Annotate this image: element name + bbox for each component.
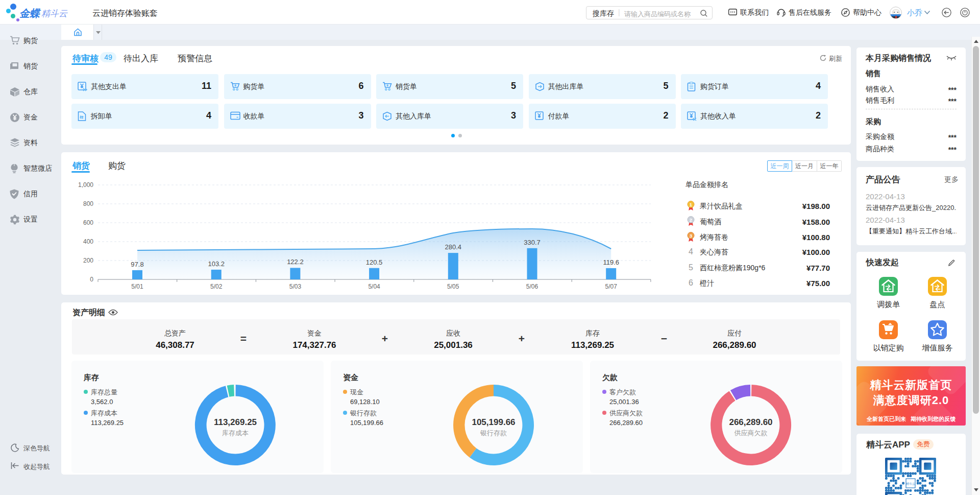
- svg-text:330.7: 330.7: [524, 239, 541, 246]
- svg-text:280.4: 280.4: [445, 243, 462, 251]
- svg-text:200: 200: [83, 257, 93, 264]
- svg-text:122.2: 122.2: [287, 258, 304, 266]
- svg-text:5/07: 5/07: [605, 283, 618, 290]
- svg-text:97.8: 97.8: [131, 261, 143, 268]
- svg-text:800: 800: [83, 200, 93, 207]
- svg-text:5/01: 5/01: [131, 283, 143, 290]
- svg-text:5/02: 5/02: [210, 283, 223, 290]
- svg-text:5/06: 5/06: [526, 283, 538, 290]
- svg-text:精斗云: 精斗云: [906, 482, 915, 486]
- svg-text:5/04: 5/04: [368, 283, 380, 290]
- svg-text:3: 3: [690, 232, 692, 238]
- svg-text:5/03: 5/03: [289, 283, 302, 290]
- svg-text:119.6: 119.6: [603, 258, 619, 266]
- svg-text:1: 1: [690, 201, 693, 207]
- svg-text:600: 600: [83, 219, 93, 226]
- svg-text:0: 0: [90, 276, 93, 283]
- svg-text:5/05: 5/05: [447, 283, 459, 290]
- svg-text:2: 2: [690, 217, 692, 223]
- svg-text:103.2: 103.2: [208, 260, 225, 268]
- svg-text:120.5: 120.5: [366, 258, 383, 266]
- svg-text:1,000: 1,000: [78, 181, 93, 188]
- svg-text:400: 400: [83, 238, 93, 245]
